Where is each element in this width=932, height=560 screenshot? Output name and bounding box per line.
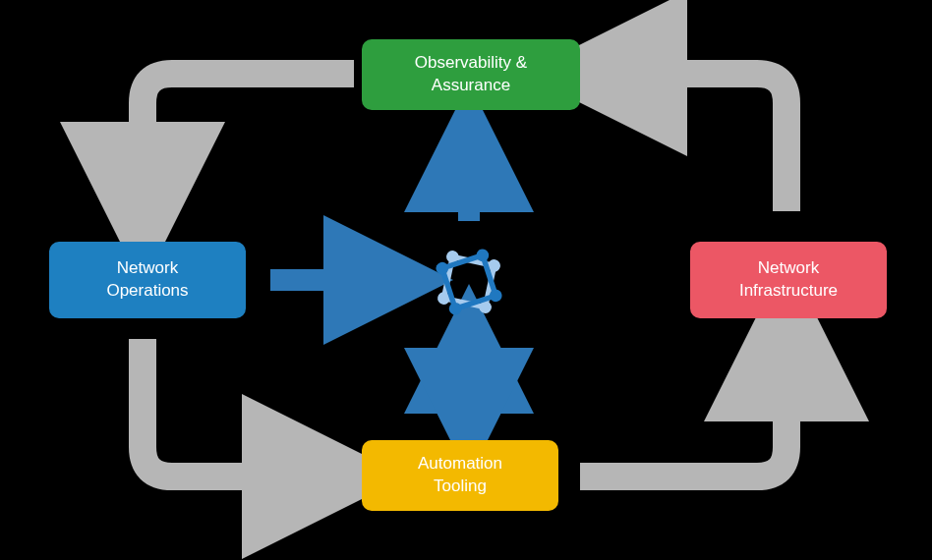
node-operations: NetworkOperations [49,242,246,318]
node-automation: AutomationTooling [362,440,558,511]
node-automation-label: AutomationTooling [418,453,502,498]
arrow-observability-to-operations [143,74,354,204]
node-observability: Observability &Assurance [362,39,580,110]
arrow-automation-to-infrastructure [580,339,786,476]
arrow-operations-to-automation [143,339,324,476]
node-infrastructure-label: NetworkInfrastructure [739,257,838,303]
node-infrastructure: NetworkInfrastructure [690,242,887,318]
node-observability-label: Observability &Assurance [415,52,527,97]
source-of-truth-icon [425,238,513,326]
arrow-infrastructure-to-observability [605,74,786,211]
node-operations-label: NetworkOperations [106,257,188,303]
svg-rect-5 [442,255,495,308]
